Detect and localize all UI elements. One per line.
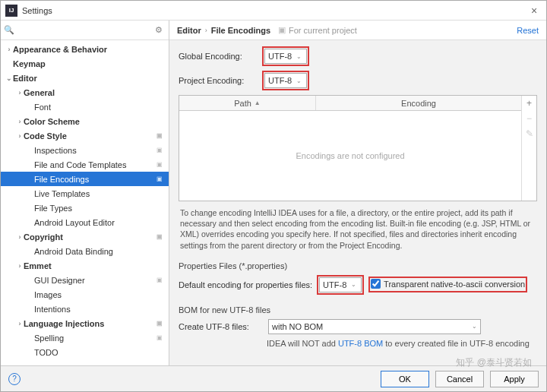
sidebar-item-label: File Encodings (34, 175, 157, 184)
sidebar-item-label: Live Templates (34, 189, 164, 198)
sidebar-item-label: GUI Designer (34, 276, 157, 285)
global-encoding-value: UTF-8 (268, 52, 292, 61)
sidebar-item-android-data-binding[interactable]: Android Data Binding (1, 244, 169, 258)
project-badge-icon: ▣ (157, 161, 164, 169)
search-row: 🔍 ⚙ (1, 21, 169, 40)
sidebar-item-label: Spelling (34, 334, 157, 343)
ok-button[interactable]: OK (381, 371, 429, 387)
sidebar-item-file-and-code-templates[interactable]: File and Code Templates▣ (1, 157, 169, 172)
sidebar-item-label: Emmet (24, 261, 164, 270)
properties-encoding-label: Default encoding for properties files: (179, 280, 312, 289)
sidebar-item-label: Color Scheme (24, 117, 164, 126)
sidebar-item-label: Editor (13, 74, 164, 83)
chevron-down-icon: ⌄ (296, 53, 302, 60)
remove-button[interactable]: − (522, 111, 536, 126)
sidebar-item-spelling[interactable]: Spelling▣ (1, 330, 169, 345)
sidebar-item-label: Images (34, 290, 164, 299)
sidebar-item-intentions[interactable]: Intentions (1, 302, 169, 316)
sidebar-item-label: Android Layout Editor (34, 218, 164, 227)
sidebar-item-label: Android Data Binding (34, 247, 164, 256)
gear-icon[interactable]: ⚙ (152, 25, 166, 35)
chevron-right-icon: › (16, 118, 24, 125)
sidebar-item-copyright[interactable]: ›Copyright▣ (1, 229, 169, 244)
sidebar-item-android-layout-editor[interactable]: Android Layout Editor (1, 215, 169, 229)
window-title: Settings (22, 6, 526, 15)
content-body: Global Encoding: UTF-8 ⌄ Project Encodin… (169, 40, 546, 365)
sidebar-item-file-types[interactable]: File Types (1, 201, 169, 215)
sidebar-item-editor[interactable]: ⌄Editor (1, 71, 169, 85)
chevron-down-icon: ⌄ (351, 281, 356, 288)
table-empty-text: Encodings are not configured (179, 111, 521, 201)
breadcrumb-row: Editor › File Encodings ▣ For current pr… (169, 21, 546, 40)
add-button[interactable]: + (522, 96, 536, 111)
sidebar-item-inspections[interactable]: Inspections▣ (1, 143, 169, 157)
main: 🔍 ⚙ ›Appearance & BehaviorKeymap⌄Editor›… (1, 21, 546, 365)
encodings-table: Path ▲ Encoding Encodings are not config… (179, 95, 537, 201)
bom-dropdown[interactable]: with NO BOM ⌄ (268, 319, 481, 334)
bom-link[interactable]: UTF-8 BOM (338, 339, 383, 348)
apply-button[interactable]: Apply (490, 371, 539, 387)
sidebar-item-label: Code Style (24, 131, 157, 141)
close-icon[interactable]: × (526, 5, 542, 17)
titlebar: IJ Settings × (1, 1, 546, 21)
bom-row: Create UTF-8 files: with NO BOM ⌄ (179, 319, 537, 334)
chevron-right-icon: › (16, 233, 24, 241)
sort-asc-icon: ▲ (255, 100, 261, 106)
sidebar-item-language-injections[interactable]: ›Language Injections▣ (1, 316, 169, 330)
native-ascii-checkbox[interactable] (371, 279, 381, 289)
bom-value: with NO BOM (272, 322, 323, 331)
highlight-global: UTF-8 ⌄ (262, 46, 309, 66)
sidebar-item-font[interactable]: Font (1, 100, 169, 114)
chevron-down-icon: ⌄ (296, 77, 302, 84)
bom-section-title: BOM for new UTF-8 files (179, 305, 537, 315)
col-encoding[interactable]: Encoding (316, 96, 521, 110)
project-badge-icon: ▣ (157, 147, 164, 154)
project-encoding-value: UTF-8 (268, 76, 292, 85)
sidebar-item-general[interactable]: ›General (1, 85, 169, 100)
chevron-down-icon: ⌄ (472, 323, 477, 330)
sidebar-item-todo[interactable]: TODO (1, 345, 169, 359)
highlight-props-check: Transparent native-to-ascii conversion (368, 277, 527, 292)
native-ascii-checkbox-wrap: Transparent native-to-ascii conversion (371, 279, 525, 289)
sidebar-item-label: Intentions (34, 305, 164, 314)
project-badge-icon: ▣ (157, 320, 164, 327)
help-icon[interactable]: ? (8, 373, 21, 385)
properties-encoding-dropdown[interactable]: UTF-8 ⌄ (319, 277, 362, 292)
sidebar-item-gui-designer[interactable]: GUI Designer▣ (1, 273, 169, 287)
sidebar-item-live-templates[interactable]: Live Templates (1, 186, 169, 201)
table-header: Path ▲ Encoding (179, 96, 521, 111)
col-encoding-label: Encoding (401, 99, 436, 108)
sidebar-item-file-encodings[interactable]: File Encodings▣ (1, 172, 169, 186)
sidebar-item-code-style[interactable]: ›Code Style▣ (1, 128, 169, 143)
sidebar-item-label: File Types (34, 204, 164, 213)
sidebar-item-appearance-behavior[interactable]: ›Appearance & Behavior (1, 42, 169, 56)
edit-button[interactable]: ✎ (522, 126, 536, 141)
cancel-button[interactable]: Cancel (435, 371, 484, 387)
reset-link[interactable]: Reset (517, 26, 539, 35)
properties-encoding-row: Default encoding for properties files: U… (179, 275, 537, 295)
project-badge-icon: ▣ (157, 175, 164, 183)
global-encoding-label: Global Encoding: (179, 52, 258, 61)
col-path[interactable]: Path ▲ (179, 96, 316, 110)
chevron-right-icon: › (16, 262, 24, 270)
sidebar-item-color-scheme[interactable]: ›Color Scheme (1, 114, 169, 128)
global-encoding-dropdown[interactable]: UTF-8 ⌄ (264, 49, 307, 64)
bom-label: Create UTF-8 files: (179, 322, 264, 331)
breadcrumb-b: File Encodings (211, 26, 270, 35)
sidebar-item-emmet[interactable]: ›Emmet (1, 258, 169, 273)
sidebar-item-images[interactable]: Images (1, 287, 169, 302)
sidebar-item-label: File and Code Templates (34, 160, 157, 169)
content: Editor › File Encodings ▣ For current pr… (169, 21, 546, 365)
highlight-props-dd: UTF-8 ⌄ (317, 275, 364, 295)
sidebar-item-label: Keymap (13, 59, 164, 68)
highlight-project: UTF-8 ⌄ (262, 71, 309, 90)
sidebar-item-label: Font (34, 103, 164, 112)
search-icon: 🔍 (4, 25, 14, 35)
project-encoding-dropdown[interactable]: UTF-8 ⌄ (264, 73, 307, 88)
search-input[interactable] (14, 24, 152, 36)
table-actions: + − ✎ (521, 96, 536, 201)
global-encoding-row: Global Encoding: UTF-8 ⌄ (179, 46, 537, 66)
chevron-down-icon: ⌄ (5, 74, 13, 82)
sidebar-item-label: Inspections (34, 146, 157, 155)
sidebar-item-keymap[interactable]: Keymap (1, 56, 169, 71)
